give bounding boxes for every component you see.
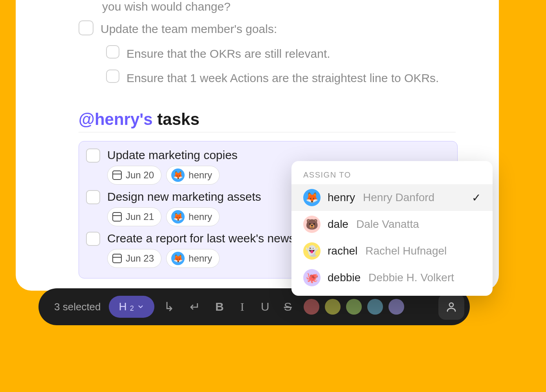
section-heading: @henry's tasks (79, 110, 456, 132)
assignee-chip-label: henry (189, 211, 212, 222)
assignee-chip[interactable]: 🦊henry (166, 207, 220, 226)
outdent-button[interactable]: ↵ (184, 299, 206, 314)
checklist-item-label: Ensure that 1 week Actions are the strai… (126, 70, 439, 86)
heading-level: 2 (130, 304, 134, 313)
task-checkbox[interactable] (86, 190, 100, 204)
checkbox[interactable] (106, 70, 119, 83)
assign-option-username: henry (328, 191, 355, 204)
avatar: 🦊 (171, 210, 185, 223)
assign-option-username: dale (328, 218, 348, 231)
color-swatch[interactable] (304, 299, 319, 315)
avatar: 🦊 (171, 252, 185, 265)
color-swatches (304, 299, 404, 315)
wrapped-text-line: you wish would change? (102, 0, 499, 13)
color-swatch[interactable] (346, 299, 362, 315)
avatar: 👻 (303, 242, 321, 260)
assign-option[interactable]: 👻rachelRachel Hufnagel (291, 238, 493, 264)
assign-option-username: rachel (328, 245, 357, 257)
bold-button[interactable]: B (210, 300, 229, 313)
date-chip-label: Jun 23 (126, 253, 154, 264)
task-title: Update marketing copies (107, 148, 238, 162)
color-swatch[interactable] (325, 299, 341, 315)
assign-option-fullname: Rachel Hufnagel (365, 245, 447, 257)
section-heading-text: tasks (153, 110, 200, 128)
strike-button[interactable]: S (278, 300, 297, 313)
calendar-icon (112, 170, 122, 180)
avatar: 🦊 (171, 169, 185, 182)
calendar-icon (112, 212, 122, 222)
checklist-item: Ensure that the OKRs are still relevant. (106, 45, 499, 62)
checkbox[interactable] (106, 45, 119, 59)
person-icon (445, 300, 457, 313)
assign-option-fullname: Debbie H. Volkert (368, 271, 454, 284)
user-mention[interactable]: @henry's (79, 110, 153, 128)
color-swatch[interactable] (367, 299, 383, 315)
assignee-chip[interactable]: 🦊henry (166, 166, 220, 185)
heading-label: H (119, 300, 127, 313)
avatar: 🦊 (303, 189, 321, 206)
date-chip-label: Jun 21 (126, 211, 154, 222)
assignee-chip-label: henry (189, 253, 212, 264)
assign-to-title: ASSIGN TO (291, 169, 493, 184)
checkbox[interactable] (79, 20, 93, 35)
assign-option-fullname: Henry Danford (363, 191, 434, 204)
task-title: Create a report for last week's newslett… (107, 232, 321, 245)
calendar-icon (112, 254, 122, 263)
date-chip[interactable]: Jun 21 (107, 207, 161, 226)
assign-option[interactable]: 🐙debbieDebbie H. Volkert (291, 264, 493, 291)
assignee-chip-label: henry (189, 170, 212, 181)
checklist-item: Ensure that 1 week Actions are the strai… (106, 70, 499, 86)
indent-button[interactable]: ↳ (158, 299, 180, 314)
assignee-chip[interactable]: 🦊henry (166, 249, 220, 268)
italic-button[interactable]: I (233, 300, 252, 313)
check-icon: ✓ (472, 191, 481, 204)
avatar: 🐙 (303, 269, 321, 286)
assign-option-fullname: Dale Vanatta (356, 218, 419, 231)
assign-to-popup: ASSIGN TO 🦊henryHenry Danford✓🐻daleDale … (291, 161, 493, 296)
task-checkbox[interactable] (86, 232, 100, 246)
checklist-item-label: Ensure that the OKRs are still relevant. (126, 45, 330, 62)
task-title: Design new marketing assets (107, 190, 261, 203)
chevron-down-icon (137, 303, 144, 310)
heading-picker[interactable]: H2 (109, 296, 154, 318)
date-chip[interactable]: Jun 23 (107, 249, 161, 268)
assign-option[interactable]: 🦊henryHenry Danford✓ (291, 184, 493, 211)
checklist-item: Update the team member's goals: (79, 20, 499, 37)
date-chip-label: Jun 20 (126, 170, 154, 181)
date-chip[interactable]: Jun 20 (107, 166, 161, 185)
underline-button[interactable]: U (256, 300, 275, 313)
avatar: 🐻 (303, 216, 321, 233)
assign-option[interactable]: 🐻daleDale Vanatta (291, 211, 493, 238)
assign-button[interactable] (438, 294, 464, 320)
selection-count: 3 selected (54, 301, 101, 313)
color-swatch[interactable] (388, 299, 404, 315)
assign-option-username: debbie (328, 271, 361, 284)
task-checkbox[interactable] (86, 148, 100, 163)
checklist-item-label: Update the team member's goals: (101, 20, 277, 37)
svg-point-0 (449, 303, 453, 307)
